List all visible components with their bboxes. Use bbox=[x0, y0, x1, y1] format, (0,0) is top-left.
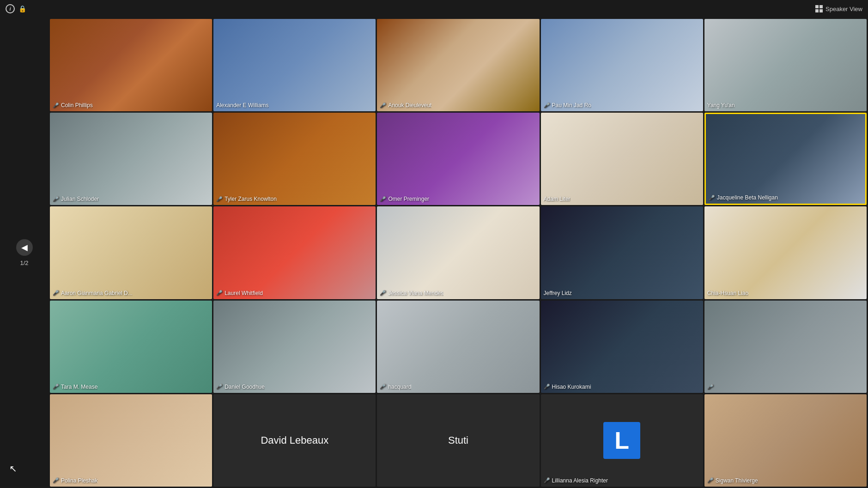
video-feed bbox=[213, 301, 376, 393]
name-label: 🎤 hacquard bbox=[380, 384, 411, 390]
video-tile-omer-preminger[interactable]: 🎤 Omer Preminger bbox=[377, 113, 539, 205]
name-only-text: Stuti bbox=[448, 434, 468, 446]
video-feed bbox=[706, 114, 865, 204]
participant-name: Chia-Hsuan Liao bbox=[707, 290, 748, 296]
video-feed bbox=[704, 206, 867, 299]
video-feed bbox=[704, 394, 867, 487]
avatar-letter: L bbox=[603, 422, 640, 459]
video-tile-lillianna-righter[interactable]: L 🎤 Lillianna Alesia Righter bbox=[541, 394, 703, 487]
video-tile-alexander-williams[interactable]: Alexander E Williams bbox=[213, 19, 376, 111]
mic-muted-icon: 🎤 bbox=[53, 477, 59, 483]
video-feed bbox=[213, 113, 376, 205]
video-feed bbox=[377, 206, 539, 299]
video-tile-david-lebeaux[interactable]: David Lebeaux bbox=[213, 394, 376, 487]
mic-muted-icon: 🎤 bbox=[544, 384, 550, 390]
video-tile-pau-min-jad-ro[interactable]: 🎤 Pau Min Jad Ro bbox=[541, 19, 703, 111]
participant-name: Aaron Gianmaria Gabriel D... bbox=[61, 290, 133, 296]
participant-name: Sigwan Thivierge bbox=[716, 477, 758, 484]
video-tile-colin-phillips[interactable]: 🎤 Colin Phillips bbox=[50, 19, 212, 111]
participant-name: Anouk Dieuleveut bbox=[388, 102, 431, 108]
video-tile-hisao-kurokami[interactable]: 🎤 Hisao Kurokami bbox=[541, 301, 703, 393]
mic-muted-icon: 🎤 bbox=[709, 195, 715, 201]
video-feed bbox=[541, 206, 703, 299]
video-feed bbox=[541, 301, 703, 393]
mic-muted-icon: 🎤 bbox=[380, 196, 386, 202]
name-label: 🎤 Daniel Goodhue bbox=[216, 384, 265, 390]
participant-name: Julian Schloder bbox=[61, 196, 99, 202]
info-icon[interactable]: i bbox=[6, 4, 15, 13]
name-label: 🎤 Sigwan Thivierge bbox=[707, 477, 758, 484]
name-label: 🎤 Aaron Gianmaria Gabriel D... bbox=[53, 290, 133, 296]
video-tile-polina-pleshak[interactable]: 🎤 Polina Pleshak bbox=[50, 394, 212, 487]
video-tile-stuti[interactable]: Stuti bbox=[377, 394, 539, 487]
mic-muted-icon: 🎤 bbox=[53, 196, 59, 202]
video-tile-laurel-whitfield[interactable]: 🎤 Laurel Whitfield bbox=[213, 206, 376, 299]
video-feed bbox=[213, 19, 376, 111]
speaker-view-label: Speaker View bbox=[826, 6, 862, 12]
video-tile-unknown-5[interactable]: 🎤 bbox=[704, 301, 867, 393]
left-controls: ◀ 1/2 bbox=[0, 18, 49, 488]
mic-muted-icon: 🎤 bbox=[707, 477, 714, 483]
video-tile-tara-mease[interactable]: 🎤 Tara M. Mease bbox=[50, 301, 212, 393]
top-bar-left: i 🔒 bbox=[6, 4, 26, 13]
participant-name: Yang Yu'an bbox=[707, 102, 735, 108]
chevron-left-icon: ◀ bbox=[21, 242, 28, 253]
video-tile-aaron-gabriel[interactable]: 🎤 Aaron Gianmaria Gabriel D... bbox=[50, 206, 212, 299]
name-label: Jeffrey Lidz bbox=[544, 290, 572, 296]
mic-muted-icon: 🎤 bbox=[216, 196, 223, 202]
participant-name: Jessica Viana Mendes bbox=[388, 290, 443, 296]
video-feed bbox=[541, 19, 703, 111]
participant-name: Omer Preminger bbox=[388, 196, 429, 202]
participant-name: Hisao Kurokami bbox=[552, 384, 591, 390]
name-label: 🎤 Colin Phillips bbox=[53, 102, 93, 108]
mic-muted-icon: 🎤 bbox=[707, 384, 714, 390]
prev-page-button[interactable]: ◀ bbox=[16, 239, 33, 256]
name-label: 🎤 Jacqueline Beta Nelligan bbox=[709, 194, 778, 201]
name-label: 🎤 Pau Min Jad Ro bbox=[544, 102, 591, 108]
participant-name: Tara M. Mease bbox=[61, 384, 97, 390]
participant-name: Laurel Whitfield bbox=[225, 290, 263, 296]
name-label: 🎤 Tyler Zarus Knowlton bbox=[216, 196, 277, 202]
video-feed bbox=[541, 113, 703, 205]
participant-name: Daniel Goodhue bbox=[225, 384, 265, 390]
video-tile-adam-liter[interactable]: Adam Liter bbox=[541, 113, 703, 205]
participant-name: Polina Pleshak bbox=[61, 477, 97, 484]
video-tile-yang-yuan[interactable]: Yang Yu'an bbox=[704, 19, 867, 111]
participant-name: Jeffrey Lidz bbox=[544, 290, 572, 296]
page-indicator: 1/2 bbox=[20, 259, 28, 266]
grid-icon bbox=[815, 5, 823, 12]
name-label: 🎤 Tara M. Mease bbox=[53, 384, 97, 390]
video-tile-anouk-dieuleveut[interactable]: 🎤 Anouk Dieuleveut bbox=[377, 19, 539, 111]
participant-name: Pau Min Jad Ro bbox=[552, 102, 591, 108]
avatar-bg: L bbox=[541, 394, 703, 487]
video-feed bbox=[50, 301, 212, 393]
name-label: 🎤 Jessica Viana Mendes bbox=[380, 290, 443, 296]
video-tile-hacquard[interactable]: 🎤 hacquard bbox=[377, 301, 539, 393]
name-label: 🎤 Polina Pleshak bbox=[53, 477, 97, 484]
video-tile-jacqueline-nelligan[interactable]: 🎤 Jacqueline Beta Nelligan bbox=[704, 113, 867, 205]
name-label: 🎤 Lillianna Alesia Righter bbox=[544, 477, 608, 484]
speaker-view-button[interactable]: Speaker View bbox=[815, 5, 862, 12]
video-tile-chia-hsuan-liao[interactable]: Chia-Hsuan Liao bbox=[704, 206, 867, 299]
video-feed bbox=[50, 113, 212, 205]
video-feed bbox=[377, 301, 539, 393]
name-label: Yang Yu'an bbox=[707, 102, 735, 108]
video-feed bbox=[704, 19, 867, 111]
participant-name: Alexander E Williams bbox=[216, 102, 268, 108]
name-label: 🎤 Laurel Whitfield bbox=[216, 290, 263, 296]
top-bar: i 🔒 Speaker View bbox=[0, 0, 868, 18]
video-feed bbox=[213, 206, 376, 299]
video-tile-tyler-knowlton[interactable]: 🎤 Tyler Zarus Knowlton bbox=[213, 113, 376, 205]
video-tile-daniel-goodhue[interactable]: 🎤 Daniel Goodhue bbox=[213, 301, 376, 393]
mic-muted-icon: 🎤 bbox=[53, 290, 59, 296]
participant-name: hacquard bbox=[388, 384, 411, 390]
video-tile-sigwan-thivierge[interactable]: 🎤 Sigwan Thivierge bbox=[704, 394, 867, 487]
video-tile-jessica-mendes[interactable]: 🎤 Jessica Viana Mendes bbox=[377, 206, 539, 299]
name-label: Chia-Hsuan Liao bbox=[707, 290, 748, 296]
participant-name: Lillianna Alesia Righter bbox=[552, 477, 608, 484]
video-tile-julian-schloder[interactable]: 🎤 Julian Schloder bbox=[50, 113, 212, 205]
name-only-bg: Stuti bbox=[377, 394, 539, 487]
lock-icon: 🔒 bbox=[18, 5, 26, 12]
video-tile-jeffrey-lidz[interactable]: Jeffrey Lidz bbox=[541, 206, 703, 299]
video-feed bbox=[377, 19, 539, 111]
